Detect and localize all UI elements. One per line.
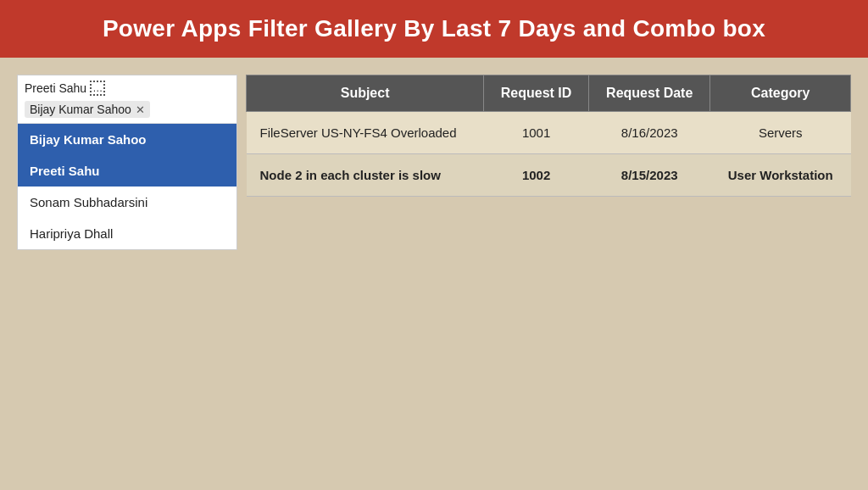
row1-subject: FileServer US-NY-FS4 Overloaded	[247, 112, 484, 154]
row2-category: User Workstation	[710, 154, 851, 197]
col-category: Category	[710, 75, 851, 112]
page-header: Power Apps Filter Gallery By Last 7 Days…	[0, 0, 868, 58]
table-header-row: Subject Request ID Request Date Category	[247, 75, 851, 112]
page-wrapper: Power Apps Filter Gallery By Last 7 Days…	[0, 0, 868, 490]
row1-request-date: 8/16/2023	[588, 112, 710, 154]
row2-request-date: 8/15/2023	[588, 154, 710, 197]
dropdown-tags-row: Preeti Sahu … Bijay Kumar Sahoo ✕	[18, 75, 236, 124]
table-row[interactable]: Node 2 in each cluster is slow 1002 8/15…	[247, 154, 851, 197]
dropdown-item-bijay[interactable]: Bijay Kumar Sahoo	[18, 124, 236, 155]
dropdown-item-preeti[interactable]: Preeti Sahu	[18, 155, 236, 187]
dotted-border-icon: …	[90, 81, 105, 96]
tag-preeti-label: Preeti Sahu	[25, 81, 86, 95]
col-subject: Subject	[247, 75, 484, 112]
tag-preeti-sahu[interactable]: Preeti Sahu …	[25, 81, 105, 96]
dropdown-item-sonam[interactable]: Sonam Subhadarsini	[18, 187, 236, 218]
dropdown-panel[interactable]: Preeti Sahu … Bijay Kumar Sahoo ✕ Bijay …	[17, 75, 237, 250]
data-table: Subject Request ID Request Date Category…	[246, 75, 851, 197]
col-request-id: Request ID	[484, 75, 589, 112]
tag-bijay-label: Bijay Kumar Sahoo	[30, 103, 131, 116]
dropdown-item-haripriya[interactable]: Haripriya Dhall	[18, 218, 236, 249]
row2-subject: Node 2 in each cluster is slow	[247, 154, 484, 197]
row2-request-id: 1002	[484, 154, 589, 197]
page-title: Power Apps Filter Gallery By Last 7 Days…	[103, 15, 765, 42]
table-row[interactable]: FileServer US-NY-FS4 Overloaded 1001 8/1…	[247, 112, 851, 154]
row1-request-id: 1001	[484, 112, 589, 154]
close-icon[interactable]: ✕	[136, 103, 145, 116]
content-area: Preeti Sahu … Bijay Kumar Sahoo ✕ Bijay …	[0, 58, 868, 490]
col-request-date: Request Date	[588, 75, 710, 112]
table-area: Subject Request ID Request Date Category…	[246, 75, 851, 473]
row1-category: Servers	[710, 112, 851, 154]
tag-bijay-sahoo[interactable]: Bijay Kumar Sahoo ✕	[25, 101, 150, 118]
